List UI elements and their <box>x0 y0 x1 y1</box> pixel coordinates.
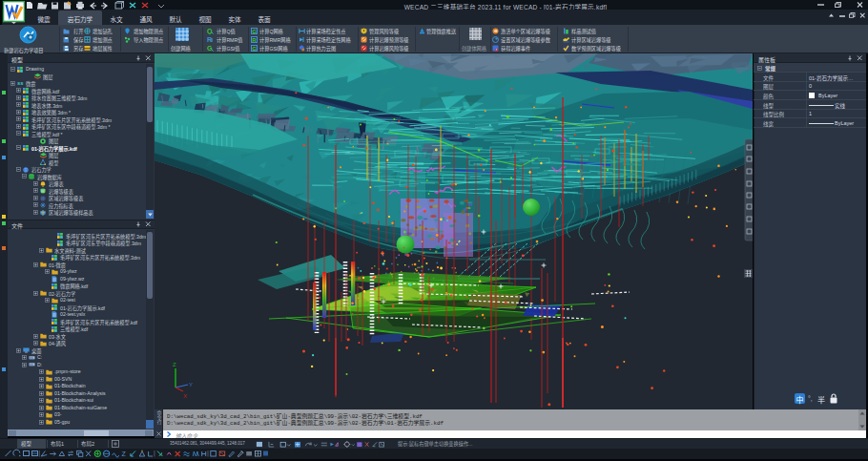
svg-text:G: G <box>207 45 213 52</box>
svg-text:X: X <box>183 393 187 399</box>
svg-text:Y: Y <box>189 382 193 388</box>
svg-text:R: R <box>252 37 257 43</box>
svg-text:Z: Z <box>122 451 127 457</box>
svg-text:Z: Z <box>173 362 176 367</box>
svg-text:W: W <box>41 189 46 194</box>
svg-text:Q: Q <box>207 28 213 34</box>
svg-text:R: R <box>207 36 212 43</box>
svg-text:G: G <box>252 29 257 34</box>
svg-text:G: G <box>252 46 257 52</box>
